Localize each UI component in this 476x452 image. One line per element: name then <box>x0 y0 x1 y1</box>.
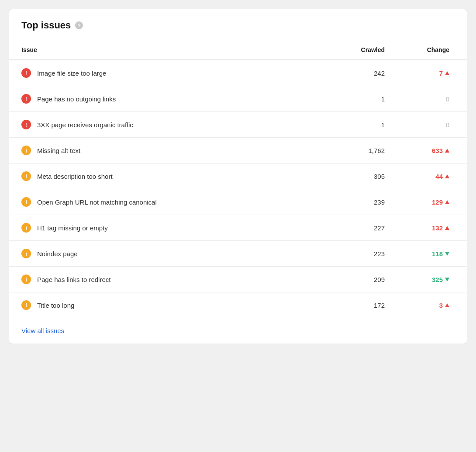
table-row[interactable]: !Page has no outgoing links10 <box>9 86 467 112</box>
table-row[interactable]: iMissing alt text1,762633 <box>9 138 467 163</box>
up-arrow-icon <box>445 71 449 75</box>
up-arrow-icon <box>445 200 449 204</box>
issue-cell-title-too-long: iTitle too long <box>9 292 327 318</box>
table-row[interactable]: iPage has links to redirect209325 <box>9 267 467 292</box>
down-arrow-icon <box>445 252 449 256</box>
issue-label: Missing alt text <box>37 147 80 154</box>
crawled-value: 172 <box>327 292 397 318</box>
crawled-value: 239 <box>327 189 397 215</box>
issue-cell-og-url-canonical: iOpen Graph URL not matching canonical <box>9 189 327 215</box>
issue-label: Image file size too large <box>37 70 106 77</box>
issue-cell-missing-alt-text: iMissing alt text <box>9 138 327 163</box>
error-icon: ! <box>21 120 31 129</box>
change-up-indicator: 633 <box>409 147 449 154</box>
change-down-indicator: 118 <box>409 250 449 257</box>
crawled-value: 223 <box>327 241 397 267</box>
change-value: 44 <box>397 163 467 189</box>
up-arrow-icon <box>445 303 449 307</box>
issue-cell-links-to-redirect: iPage has links to redirect <box>9 267 327 292</box>
table-row[interactable]: !Image file size too large2427 <box>9 60 467 86</box>
issue-label: Page has no outgoing links <box>37 95 116 103</box>
issue-label: H1 tag missing or empty <box>37 224 108 232</box>
change-neutral-indicator: 0 <box>409 95 449 103</box>
change-up-indicator: 44 <box>409 173 449 180</box>
issue-cell-noindex-page: iNoindex page <box>9 241 327 267</box>
crawled-value: 242 <box>327 60 397 86</box>
change-value: 3 <box>397 292 467 318</box>
change-value: 0 <box>397 112 467 138</box>
change-value: 118 <box>397 241 467 267</box>
table-row[interactable]: iOpen Graph URL not matching canonical23… <box>9 189 467 215</box>
issue-label: Title too long <box>37 302 74 309</box>
table-row[interactable]: iH1 tag missing or empty227132 <box>9 215 467 241</box>
view-all-issues-link[interactable]: View all issues <box>21 327 64 334</box>
issue-cell-h1-missing: iH1 tag missing or empty <box>9 215 327 241</box>
crawled-value: 305 <box>327 163 397 189</box>
info-icon: i <box>21 171 31 181</box>
issue-cell-image-file-size: !Image file size too large <box>9 60 327 86</box>
issue-label: 3XX page receives organic traffic <box>37 121 133 129</box>
crawled-value: 1,762 <box>327 138 397 163</box>
crawled-value: 227 <box>327 215 397 241</box>
change-value: 633 <box>397 138 467 163</box>
change-value: 129 <box>397 189 467 215</box>
card-header: Top issues ? <box>9 9 467 40</box>
change-down-indicator: 325 <box>409 276 449 283</box>
col-header-crawled: Crawled <box>327 40 397 60</box>
up-arrow-icon <box>445 174 449 178</box>
crawled-value: 1 <box>327 112 397 138</box>
issue-label: Noindex page <box>37 250 78 257</box>
issue-label: Page has links to redirect <box>37 276 110 283</box>
info-icon: i <box>21 249 31 258</box>
change-up-indicator: 7 <box>409 70 449 77</box>
change-value: 132 <box>397 215 467 241</box>
change-up-indicator: 129 <box>409 198 449 206</box>
change-value: 0 <box>397 86 467 112</box>
top-issues-card: Top issues ? Issue Crawled Change !Image… <box>9 9 467 344</box>
table-row[interactable]: iNoindex page223118 <box>9 241 467 267</box>
table-row[interactable]: iTitle too long1723 <box>9 292 467 318</box>
issues-table: Issue Crawled Change !Image file size to… <box>9 40 467 318</box>
crawled-value: 1 <box>327 86 397 112</box>
error-icon: ! <box>21 68 31 78</box>
change-up-indicator: 3 <box>409 302 449 309</box>
info-icon: i <box>21 223 31 233</box>
col-header-issue: Issue <box>9 40 327 60</box>
change-neutral-indicator: 0 <box>409 121 449 129</box>
issue-cell-meta-desc-short: iMeta description too short <box>9 163 327 189</box>
issue-cell-no-outgoing-links: !Page has no outgoing links <box>9 86 327 112</box>
info-icon: i <box>21 197 31 207</box>
up-arrow-icon <box>445 149 449 153</box>
crawled-value: 209 <box>327 267 397 292</box>
error-icon: ! <box>21 94 31 104</box>
change-value: 7 <box>397 60 467 86</box>
info-icon: i <box>21 275 31 284</box>
col-header-change: Change <box>397 40 467 60</box>
issue-cell-3xx-organic: !3XX page receives organic traffic <box>9 112 327 138</box>
card-footer: View all issues <box>9 318 467 344</box>
help-icon[interactable]: ? <box>75 21 83 29</box>
change-up-indicator: 132 <box>409 224 449 232</box>
issue-label: Meta description too short <box>37 173 113 180</box>
info-icon: i <box>21 300 31 310</box>
change-value: 325 <box>397 267 467 292</box>
down-arrow-icon <box>445 278 449 282</box>
info-icon: i <box>21 146 31 155</box>
issue-label: Open Graph URL not matching canonical <box>37 198 157 206</box>
table-row[interactable]: iMeta description too short30544 <box>9 163 467 189</box>
card-title: Top issues <box>21 20 71 31</box>
table-header-row: Issue Crawled Change <box>9 40 467 60</box>
table-row[interactable]: !3XX page receives organic traffic10 <box>9 112 467 138</box>
up-arrow-icon <box>445 226 449 230</box>
